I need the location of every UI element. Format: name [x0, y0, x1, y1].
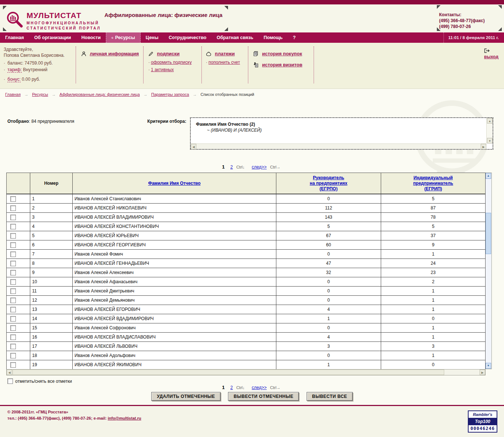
row-egrpo-count: 67	[276, 231, 381, 240]
header-egrpo-sort-link[interactable]: Руководитель на предприятиях (ЕГРПО)	[310, 175, 347, 192]
criteria-label: Критерии отбора:	[137, 119, 186, 124]
row-number: 13	[30, 305, 73, 314]
delete-marked-button[interactable]: УДАЛИТЬ ОТМЕЧЕННЫЕ	[151, 392, 221, 401]
contacts-label: Контакты:	[439, 12, 485, 18]
footer-email-link[interactable]: info@multistat.ru	[108, 416, 141, 420]
row-name: ИВАНОВ АЛЕКСЕЙ КОНСТАНТИНОВИЧ	[73, 222, 276, 231]
nav-item-цены[interactable]: Цены	[141, 32, 163, 43]
breadcrumb-item[interactable]: Аффилированные лица: физические лица	[59, 92, 140, 97]
breadcrumb-item[interactable]: Параметры запроса	[151, 92, 189, 97]
make-subscription-link[interactable]: оформить подписку	[151, 60, 191, 65]
nav-item--[interactable]: ?	[288, 32, 301, 43]
next-page-link[interactable]: след>>	[252, 164, 266, 170]
row-egrpo-count: 1	[276, 360, 381, 370]
criteria-box: Фамилия Имя Отчество (2) ~ (ИВАНОВ) И (А…	[190, 117, 493, 150]
purchase-history-link[interactable]: история покупок	[262, 51, 302, 56]
row-name: ИВАНОВ АЛЕКСЕЙ ЯКИМОВИЧ	[73, 360, 276, 370]
select-all-label: отметить/снять все отметки	[15, 379, 72, 384]
select-all-checkbox[interactable]	[7, 378, 13, 384]
multistat-logo-icon[interactable]	[5, 10, 24, 31]
row-checkbox[interactable]	[10, 261, 16, 266]
scroll-thumb[interactable]	[13, 370, 444, 375]
row-checkbox[interactable]	[10, 353, 16, 358]
page-2-link[interactable]: 2	[230, 164, 233, 170]
subscriptions-link[interactable]: подписки	[157, 51, 179, 56]
breadcrumb: Главная→Ресурсы→Аффилированные лица: физ…	[4, 92, 254, 97]
table-row: 4 ИВАНОВ АЛЕКСЕЙ КОНСТАНТИНОВИЧ 5 5	[7, 222, 485, 231]
breadcrumb-item[interactable]: Главная	[5, 92, 21, 97]
row-checkbox[interactable]	[10, 334, 16, 340]
nav-item-сотрудничество[interactable]: Сотрудничество	[163, 32, 211, 43]
refill-account-link[interactable]: пополнить счет	[208, 60, 240, 65]
row-checkbox[interactable]	[10, 307, 16, 312]
row-checkbox[interactable]	[10, 242, 16, 248]
logout-link[interactable]: выход	[484, 54, 498, 59]
row-checkbox[interactable]	[10, 270, 16, 275]
header-fio-sort-link[interactable]: Фамилия Имя Отчество	[148, 181, 200, 186]
row-checkbox[interactable]	[10, 288, 16, 294]
rambler-top100-badge[interactable]: Rambler's Top100 00046246	[468, 410, 497, 433]
criteria-hscrollbar[interactable]: ◀ ▶	[191, 143, 486, 149]
page-2-link[interactable]: 2	[230, 385, 233, 390]
nav-item-помощь[interactable]: Помощь	[258, 32, 287, 43]
row-egrpo-count: 0	[276, 296, 381, 305]
row-number: 9	[30, 268, 73, 277]
table-row: 11 Иванов Алексей Дмитрьевич 0 1	[7, 287, 485, 296]
scroll-left-icon[interactable]: ◀	[7, 370, 12, 375]
tariff-link[interactable]: тариф:	[7, 67, 22, 73]
table-hscrollbar[interactable]: ◀ ▶	[6, 369, 486, 375]
row-checkbox[interactable]	[10, 224, 16, 229]
breadcrumb-item[interactable]: Ресурсы	[32, 92, 48, 97]
datetime-display: 11:01 / 8 февраля 2011 г.	[443, 32, 504, 43]
scroll-up-icon[interactable]: ▲	[486, 173, 491, 179]
row-checkbox[interactable]	[10, 279, 16, 285]
row-number: 17	[30, 342, 73, 351]
personal-info-link[interactable]: личная информация	[90, 51, 139, 56]
bonus-link[interactable]: бонус:	[7, 77, 20, 82]
row-checkbox[interactable]	[10, 316, 16, 322]
row-checkbox[interactable]	[10, 344, 16, 349]
visit-history-icon	[253, 62, 259, 69]
criteria-vscrollbar[interactable]: ▲ ▼	[486, 118, 493, 143]
crop-mark	[3, 6, 7, 10]
scroll-right-icon[interactable]: ▶	[481, 144, 486, 149]
row-checkbox[interactable]	[10, 196, 16, 202]
row-number: 6	[30, 240, 73, 250]
greeting-line1: Здравствуйте,	[4, 46, 65, 52]
row-checkbox[interactable]	[10, 298, 16, 303]
active-subscriptions-link[interactable]: 1 активных	[151, 67, 174, 72]
scroll-left-icon[interactable]: ◀	[191, 144, 196, 149]
row-checkbox[interactable]	[10, 205, 16, 211]
header-egrip-sort-link[interactable]: Индивидуальный предприниматель (ЕГРИП)	[413, 175, 453, 192]
scroll-up-icon[interactable]: ▲	[487, 118, 493, 124]
nav-item-новости[interactable]: Новости	[76, 32, 106, 43]
page-current: 1	[222, 164, 225, 170]
visit-history-link[interactable]: история визитов	[262, 62, 302, 67]
row-number: 2	[30, 204, 73, 213]
row-checkbox[interactable]	[10, 362, 16, 368]
next-page-link[interactable]: след>>	[252, 385, 266, 390]
nav-item-об-организации[interactable]: Об организации	[29, 32, 76, 43]
divider	[248, 46, 248, 83]
scroll-right-icon[interactable]: ▶	[480, 370, 485, 375]
row-number: 18	[30, 351, 73, 360]
scroll-thumb[interactable]	[486, 213, 491, 254]
output-all-button[interactable]: ВЫВЕСТИ ВСЕ	[307, 392, 353, 401]
row-checkbox[interactable]	[10, 252, 16, 257]
nav-item-обратная-связь[interactable]: Обратная связь	[211, 32, 258, 43]
balance-label: баланс:	[7, 60, 23, 66]
row-checkbox[interactable]	[10, 233, 16, 239]
contacts-phone-fax: (495) 366-48-77(факс)	[439, 18, 485, 24]
row-checkbox[interactable]	[10, 325, 16, 331]
output-marked-button[interactable]: ВЫВЕСТИ ОТМЕЧЕННЫЕ	[228, 392, 299, 401]
nav-item-главная[interactable]: Главная	[0, 32, 29, 43]
table-vscrollbar[interactable]: ▲ ▼	[486, 173, 492, 369]
payments-link[interactable]: платежи	[215, 51, 235, 56]
logo-text[interactable]: МУЛЬТИСТАТ МНОГОФУНКЦИОНАЛЬНЫЙ СТАТИСТИЧ…	[27, 11, 101, 30]
scroll-down-icon[interactable]: ▼	[486, 363, 491, 369]
row-checkbox[interactable]	[10, 215, 16, 220]
scroll-down-icon[interactable]: ▼	[487, 138, 493, 143]
row-number: 4	[30, 222, 73, 231]
row-egrip-count: 1	[381, 333, 485, 342]
nav-item-ресурсы[interactable]: »Ресурсы	[106, 32, 141, 43]
